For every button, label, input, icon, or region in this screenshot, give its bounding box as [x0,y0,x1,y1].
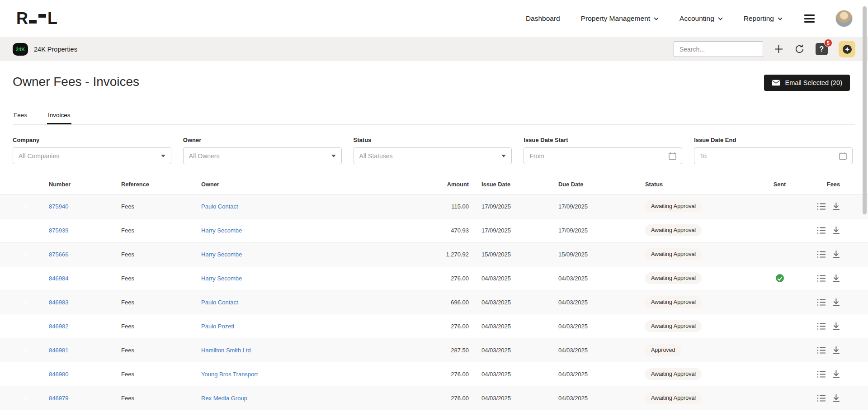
owner-select[interactable]: All Owners [183,147,342,164]
owner-filter-label: Owner [183,137,342,143]
header-fees[interactable]: Fees [797,181,855,188]
envelope-icon [772,80,780,86]
header-status[interactable]: Status [645,181,763,188]
chevron-down-icon [501,155,506,157]
calendar-icon [839,152,847,160]
invoice-number-link[interactable]: 846982 [49,323,68,330]
filter-issue-date-end: Issue Date End To [694,137,853,164]
fee-list-icon[interactable] [817,394,826,402]
filter-status: Status All Statuses [354,137,512,164]
owner-link[interactable]: Paulo Contact [201,299,238,306]
issue-date-start-input[interactable]: From [524,147,682,164]
status-badge: Awaiting Approval [645,320,702,332]
due-date-cell: 04/03/2025 [558,347,645,354]
table-header-row: Number Reference Owner Amount Issue Date… [0,174,868,194]
tab-fees[interactable]: Fees [13,112,28,124]
fee-list-icon[interactable] [817,227,826,234]
download-icon[interactable] [832,298,840,306]
download-icon[interactable] [832,274,840,282]
nav-reporting[interactable]: Reporting [744,14,783,23]
nav-property-management[interactable]: Property Management [581,14,659,23]
header-issue-date[interactable]: Issue Date [469,181,558,188]
nav-accounting[interactable]: Accounting [679,14,723,23]
owner-link[interactable]: Hamilton Smith Ltd [201,347,251,354]
invoice-number-link[interactable]: 846980 [49,371,68,378]
owner-link[interactable]: Harry Secombe [201,227,242,234]
fee-list-icon[interactable] [817,322,826,330]
owner-link[interactable]: Harry Secombe [201,251,242,258]
table-row: 875939 Fees Harry Secombe 470.93 17/09/2… [0,218,868,242]
logo-dash-high [38,14,46,18]
owner-link[interactable]: Young Bros Transport [201,371,258,378]
header-owner[interactable]: Owner [201,181,434,188]
sent-check-icon [776,274,784,282]
issue-date-start-label: Issue Date Start [524,137,682,143]
nav-property-management-label: Property Management [581,14,650,23]
table-row: 846984 Fees Harry Secombe 276.00 04/03/2… [0,266,868,290]
invoice-number-link[interactable]: 846979 [49,395,68,402]
logo-letter-l: L [47,9,57,28]
fee-list-icon[interactable] [817,275,826,282]
amount-cell: 287.50 [434,347,469,354]
header-reference[interactable]: Reference [121,181,201,188]
due-date-cell: 15/09/2025 [558,251,645,258]
table-row: 846981 Fees Hamilton Smith Ltd 287.50 04… [0,338,868,362]
company-select[interactable]: All Companies [13,147,171,164]
fee-list-icon[interactable] [817,370,826,378]
invoice-number-link[interactable]: 846983 [49,299,68,306]
vertical-scrollbar[interactable] [863,6,867,214]
fee-list-icon[interactable] [817,298,826,306]
owner-link[interactable]: Paulo Contact [201,203,238,210]
reference-cell: Fees [121,395,201,402]
issue-date-cell: 04/03/2025 [469,347,558,354]
refresh-icon[interactable] [794,44,805,54]
tab-invoices[interactable]: Invoices [47,112,71,124]
issue-date-cell: 04/03/2025 [469,395,558,402]
download-icon[interactable] [832,346,840,354]
issue-date-start-placeholder: From [529,152,544,160]
amount-cell: 276.00 [434,395,469,402]
app-logo[interactable]: RL [16,9,57,28]
owner-link[interactable]: Rex Media Group [201,395,247,402]
main-nav: Dashboard Property Management Accounting… [526,10,853,27]
status-select-value: All Statuses [359,152,393,160]
email-selected-button[interactable]: Email Selected (20) [764,75,850,91]
ai-assistant-icon[interactable] [839,41,855,57]
search-input[interactable] [674,41,763,57]
invoice-number-link[interactable]: 846984 [49,275,68,282]
fee-list-icon[interactable] [817,346,826,354]
header-due-date[interactable]: Due Date [558,181,645,188]
header-amount[interactable]: Amount [434,181,469,188]
nav-dashboard[interactable]: Dashboard [526,14,560,23]
owner-link[interactable]: Paulo Pozeti [201,323,234,330]
header-sent[interactable]: Sent [763,181,797,188]
download-icon[interactable] [832,226,840,234]
header-number[interactable]: Number [49,181,121,188]
fee-list-icon[interactable] [817,203,826,210]
download-icon[interactable] [832,250,840,258]
owner-link[interactable]: Harry Secombe [201,275,242,282]
help-icon[interactable]: ? 5 [816,43,828,55]
company-select-value: All Companies [19,152,59,160]
menu-icon[interactable] [804,14,815,23]
invoice-number-link[interactable]: 875666 [49,251,68,258]
fee-list-icon[interactable] [817,251,826,258]
download-icon[interactable] [832,322,840,330]
issue-date-cell: 17/09/2025 [469,203,558,210]
download-icon[interactable] [832,202,840,210]
portfolio-badge[interactable]: 24K [13,43,28,56]
due-date-cell: 17/09/2025 [558,227,645,234]
invoice-number-link[interactable]: 846981 [49,347,68,354]
invoice-number-link[interactable]: 875940 [49,203,68,210]
reference-cell: Fees [121,371,201,378]
invoice-number-link[interactable]: 875939 [49,227,68,234]
add-icon[interactable] [774,44,783,54]
status-select[interactable]: All Statuses [354,147,512,164]
download-icon[interactable] [832,394,840,402]
reference-cell: Fees [121,347,201,354]
user-avatar[interactable] [835,10,853,27]
download-icon[interactable] [832,370,840,378]
issue-date-end-input[interactable]: To [694,147,853,164]
portfolio-name[interactable]: 24K Properties [34,46,77,53]
table-row: 846982 Fees Paulo Pozeti 276.00 04/03/20… [0,314,868,338]
